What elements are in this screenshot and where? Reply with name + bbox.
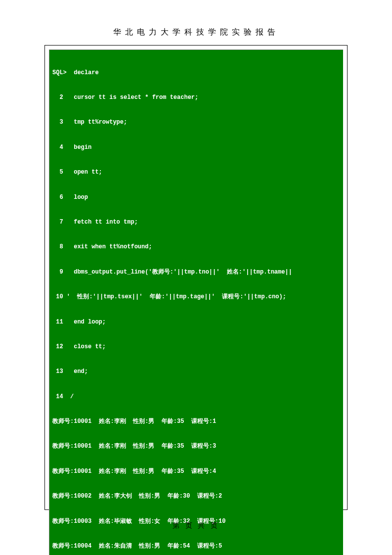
term-line: 8 exit when tt%notfound; [52,243,340,251]
term-line: 12 close tt; [52,343,340,351]
term-line: 6 loop [52,193,340,202]
content-frame: SQL> declare 2 cursor tt is select * fro… [44,45,348,510]
term-line: 教师号:10001 姓名:李刚 性别:男 年龄:35 课程号:3 [52,442,340,451]
term-line: 教师号:10002 姓名:李大钊 性别:男 年龄:30 课程号:2 [52,492,340,501]
term-line: SQL> declare [52,69,340,77]
term-line: 13 end; [52,368,340,376]
page-title: 华北电力大学科技学院实验报告 [0,0,392,45]
term-line: 5 open tt; [52,168,340,177]
term-line: 2 cursor tt is select * from teacher; [52,93,340,102]
term-line: 3 tmp tt%rowtype; [52,118,340,127]
term-line: 教师号:10004 姓名:朱自清 性别:男 年龄:54 课程号:5 [52,542,340,551]
term-line: 4 begin [52,143,340,152]
term-line: 11 end loop; [52,318,340,326]
term-line: 14 / [52,393,340,401]
page-footer: 第 页 共 页 [0,521,392,530]
term-line: 10 ' 性别:'||tmp.tsex||' 年龄:'||tmp.tage||'… [52,293,340,301]
term-line: 9 dbms_output.put_line('教师号:'||tmp.tno||… [52,268,340,277]
sql-terminal: SQL> declare 2 cursor tt is select * fro… [49,49,343,555]
term-line: 教师号:10001 姓名:李刚 性别:男 年龄:35 课程号:1 [52,417,340,426]
term-line: 教师号:10001 姓名:李刚 性别:男 年龄:35 课程号:4 [52,467,340,476]
term-line: 7 fetch tt into tmp; [52,218,340,227]
